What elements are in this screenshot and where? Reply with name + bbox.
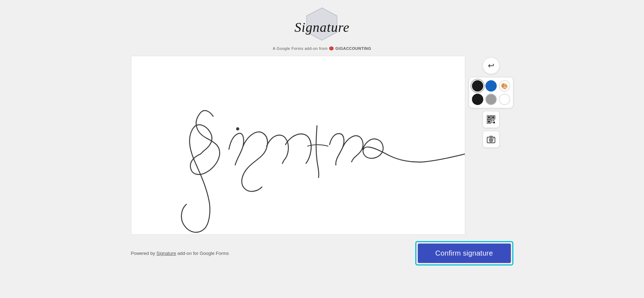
svg-rect-10 xyxy=(491,120,492,121)
svg-point-16 xyxy=(490,139,492,141)
logo-subtitle: A Google Forms add-on from GIGACCOUNTING xyxy=(273,46,371,51)
svg-rect-13 xyxy=(493,122,495,123)
toolbar: ↩ 🎨 xyxy=(469,56,513,149)
svg-point-17 xyxy=(493,138,494,139)
color-black-2[interactable] xyxy=(472,94,483,105)
color-row-1: 🎨 xyxy=(472,80,510,92)
logo-container: Signature xyxy=(301,6,343,45)
color-gray[interactable] xyxy=(485,94,497,105)
undo-icon: ↩ xyxy=(488,61,494,70)
powered-by: Powered by Signature add-on for Google F… xyxy=(131,251,229,256)
confirm-signature-button[interactable]: Confirm signature xyxy=(418,244,511,263)
canvas-row: ↩ 🎨 xyxy=(131,56,513,235)
thickness-button[interactable] xyxy=(499,94,510,105)
undo-button[interactable]: ↩ xyxy=(483,57,500,74)
footer-row: Powered by Signature add-on for Google F… xyxy=(131,241,513,273)
svg-rect-12 xyxy=(491,122,492,123)
logo-text: Signature xyxy=(295,19,349,35)
color-black[interactable] xyxy=(472,80,483,92)
main-container: ↩ 🎨 xyxy=(131,56,513,273)
svg-rect-11 xyxy=(493,120,494,121)
camera-icon xyxy=(486,135,496,144)
signature-drawing xyxy=(131,56,465,233)
brand-name: GIGACCOUNTING xyxy=(335,46,371,51)
qr-icon xyxy=(486,115,496,124)
color-blue[interactable] xyxy=(485,80,497,92)
camera-button[interactable] xyxy=(483,131,500,148)
lines-icon xyxy=(503,95,506,103)
signature-canvas[interactable] xyxy=(131,56,465,235)
svg-rect-7 xyxy=(492,116,494,118)
svg-rect-5 xyxy=(488,116,490,118)
brand-hex-icon xyxy=(329,46,334,51)
confirm-button-wrapper: Confirm signature xyxy=(415,241,513,265)
palette-button[interactable]: 🎨 xyxy=(499,80,510,92)
color-row-2 xyxy=(472,94,510,105)
qr-button[interactable] xyxy=(483,111,500,128)
color-group: 🎨 xyxy=(469,77,513,108)
svg-point-3 xyxy=(236,127,239,130)
header: Signature A Google Forms add-on from GIG… xyxy=(273,0,371,56)
svg-rect-9 xyxy=(488,121,490,123)
signature-link[interactable]: Signature xyxy=(156,251,176,256)
